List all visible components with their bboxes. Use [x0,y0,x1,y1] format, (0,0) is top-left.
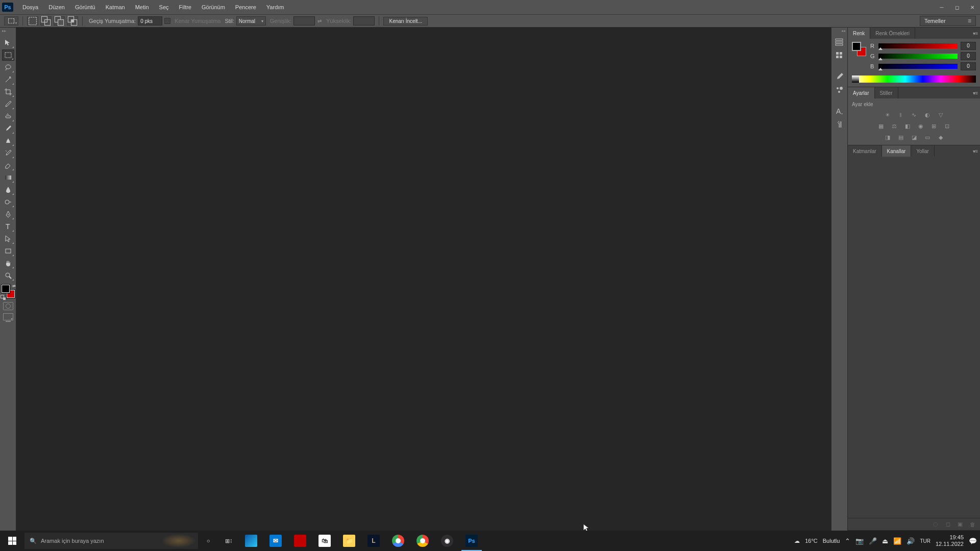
taskbar-app-mail[interactable]: ✉ [263,531,288,551]
menu-window[interactable]: Pencere [230,2,261,12]
menu-help[interactable]: Yardım [261,2,289,12]
weather-condition[interactable]: Bulutlu [823,538,840,544]
task-view-button[interactable]: ⊞⫶ [218,531,239,551]
workspace-switcher[interactable]: Temeller [920,16,976,26]
tab-styles[interactable]: Stiller [875,87,898,98]
color-swatches[interactable]: ⇄ [2,285,15,298]
tab-color[interactable]: Renk [848,28,870,39]
vibrance-icon[interactable]: ▽ [936,110,946,119]
brightness-contrast-icon[interactable]: ☀ [883,110,893,119]
delete-channel-icon[interactable]: 🗑 [968,520,977,529]
color-spectrum[interactable] [852,76,976,83]
selection-intersect-button[interactable] [67,16,78,26]
hue-sat-icon[interactable]: ▦ [876,121,886,131]
tray-usb-icon[interactable]: ⏏ [882,537,888,545]
taskbar-app-chrome-2[interactable] [410,531,435,551]
color-balance-icon[interactable]: ⚖ [889,121,899,131]
panel-fg-color[interactable] [852,42,861,51]
foreground-color-swatch[interactable] [2,285,10,293]
menu-view[interactable]: Görünüm [197,2,230,12]
menu-edit[interactable]: Düzen [43,2,70,12]
eraser-tool[interactable] [2,160,14,171]
close-button[interactable]: ✕ [965,2,980,12]
lasso-tool[interactable] [2,62,14,73]
taskbar-app-edge[interactable] [239,531,263,551]
posterize-icon[interactable]: ▤ [896,133,906,142]
invert-icon[interactable]: ◨ [883,133,893,142]
shape-tool[interactable] [2,245,14,257]
menu-layer[interactable]: Katman [101,2,130,12]
menu-select[interactable]: Seç [154,2,174,12]
tray-meet-now-icon[interactable]: 📷 [855,537,864,545]
b-slider[interactable] [878,64,958,69]
adjustments-panel-menu-icon[interactable]: ▾≡ [971,87,980,98]
brush-presets-panel-icon[interactable] [834,85,845,95]
tab-adjustments[interactable]: Ayarlar [848,87,875,98]
exposure-icon[interactable]: ◐ [922,110,933,119]
tool-preset-picker[interactable] [4,16,18,26]
color-panel-swatches[interactable] [852,42,866,56]
color-lookup-icon[interactable]: ⊡ [942,121,952,131]
load-selection-icon[interactable]: ◌ [931,520,940,529]
gradient-tool[interactable] [2,172,14,183]
pen-tool[interactable] [2,209,14,220]
move-tool[interactable] [2,37,14,48]
swap-colors-icon[interactable]: ⇄ [12,284,16,288]
eyedropper-tool[interactable] [2,98,14,110]
start-button[interactable] [0,531,24,551]
levels-icon[interactable]: ⫴ [896,110,906,119]
magic-wand-tool[interactable] [2,74,14,85]
marquee-tool[interactable] [2,49,14,61]
tray-chevron-icon[interactable]: ⌃ [845,537,850,545]
brush-tool[interactable] [2,123,14,134]
tab-layers[interactable]: Katmanlar [848,145,882,157]
properties-panel-icon[interactable] [834,50,845,60]
taskbar-search[interactable]: 🔍 Aramak için buraya yazın [24,533,198,549]
toolbar-grip-icon[interactable]: ▸▸ [2,29,6,33]
taskbar-app-league[interactable]: L [361,531,386,551]
taskbar-app-obs[interactable]: ◉ [435,531,459,551]
cortana-button[interactable]: ○ [198,531,218,551]
save-selection-icon[interactable]: ◻ [943,520,952,529]
tray-notifications-icon[interactable]: 💬 [969,537,977,545]
weather-temp[interactable]: 16°C [805,538,818,544]
healing-brush-tool[interactable] [2,111,14,122]
clone-stamp-tool[interactable] [2,135,14,146]
taskbar-app-photoshop[interactable]: Ps [459,531,484,551]
feather-input[interactable] [138,16,162,26]
r-slider[interactable] [878,43,958,48]
threshold-icon[interactable]: ◪ [909,133,919,142]
refine-edge-button[interactable]: Kenarı İncelt... [383,17,427,26]
crop-tool[interactable] [2,86,14,97]
selection-subtract-button[interactable] [54,16,65,26]
brush-panel-icon[interactable] [834,71,845,82]
style-select[interactable]: Normal [236,16,266,26]
type-tool[interactable]: T [2,221,14,232]
path-selection-tool[interactable] [2,233,14,244]
quick-mask-button[interactable] [3,302,13,310]
taskbar-app-chrome[interactable] [386,531,410,551]
dock-grip-icon[interactable]: ◂◂ [841,29,845,33]
blur-tool[interactable] [2,184,14,195]
color-panel-menu-icon[interactable]: ▾≡ [971,28,980,39]
tray-volume-icon[interactable]: 🔊 [906,537,915,545]
channel-mixer-icon[interactable]: ⊞ [929,121,939,131]
selective-color-icon[interactable]: ◆ [936,133,946,142]
dodge-tool[interactable] [2,196,14,208]
tab-channels[interactable]: Kanallar [882,145,912,157]
new-channel-icon[interactable]: ▣ [955,520,965,529]
b-value-input[interactable]: 0 [961,62,976,70]
gradient-map-icon[interactable]: ▭ [922,133,933,142]
layers-panel-menu-icon[interactable]: ▾≡ [971,145,980,157]
tray-datetime[interactable]: 19:45 12.11.2022 [936,534,964,547]
taskbar-app-store[interactable]: 🛍 [312,531,337,551]
minimize-button[interactable]: ─ [934,2,949,12]
tab-paths[interactable]: Yollar [911,145,935,157]
default-colors-icon[interactable] [1,295,5,299]
photo-filter-icon[interactable]: ◉ [916,121,926,131]
maximize-button[interactable]: ◻ [949,2,965,12]
r-value-input[interactable]: 0 [961,42,976,50]
screen-mode-button[interactable] [3,313,13,320]
selection-add-button[interactable] [40,16,52,26]
taskbar-app-explorer[interactable]: 📁 [337,531,361,551]
